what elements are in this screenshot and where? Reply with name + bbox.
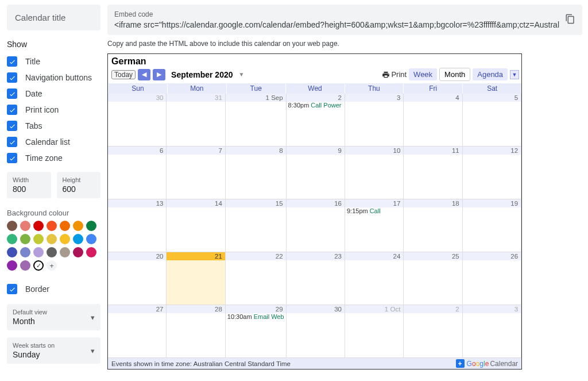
border-checkbox-row[interactable]: Border	[7, 281, 100, 297]
colour-swatch[interactable]	[73, 247, 83, 257]
calendar-cell[interactable]: 9	[287, 147, 345, 199]
colour-swatch[interactable]	[86, 221, 96, 231]
calendar-cell[interactable]: 1 Oct	[345, 305, 404, 358]
calendar-cell[interactable]: 21	[167, 252, 225, 305]
calendar-cell[interactable]: 7	[167, 147, 225, 199]
calendar-cell[interactable]: 2	[404, 305, 462, 358]
embed-code-label: Embed code	[114, 10, 559, 18]
calendar-cell[interactable]: 3	[463, 305, 521, 358]
show-option-label: Title	[25, 57, 40, 66]
calendar-cell[interactable]: 16	[287, 199, 345, 252]
calendar-cell[interactable]: 20	[108, 252, 167, 305]
height-input[interactable]: Height 600	[57, 172, 101, 198]
colour-swatch[interactable]	[73, 221, 83, 231]
tab-week[interactable]: Week	[409, 68, 437, 80]
colour-swatch[interactable]	[7, 247, 17, 257]
show-option-row[interactable]: Print icon	[7, 102, 100, 118]
week-start-select[interactable]: Week starts on Sunday ▾	[7, 337, 100, 364]
colour-swatch[interactable]	[47, 247, 57, 257]
calendar-cell[interactable]: 12	[463, 147, 521, 199]
calendar-cell[interactable]: 26	[463, 252, 521, 305]
tab-agenda[interactable]: Agenda	[473, 68, 508, 80]
day-number: 7	[167, 147, 225, 155]
colour-swatch[interactable]	[20, 234, 30, 244]
colour-swatch[interactable]	[86, 234, 96, 244]
day-number: 8	[226, 147, 286, 155]
colour-swatch[interactable]	[7, 234, 17, 244]
add-colour-swatch[interactable]: +	[47, 260, 57, 271]
calendar-cell[interactable]: 5	[463, 94, 521, 147]
colour-swatch[interactable]	[7, 260, 17, 271]
calendar-cell[interactable]: 30	[108, 94, 167, 147]
colour-swatch[interactable]	[20, 260, 30, 271]
colour-swatch[interactable]	[60, 221, 70, 231]
calendar-cell[interactable]: 4	[404, 94, 462, 147]
calendar-event[interactable]: 10:30amEmail Web	[226, 313, 286, 320]
prev-button[interactable]: ◀	[138, 69, 150, 80]
day-number: 22	[226, 252, 286, 260]
colour-swatch[interactable]	[20, 247, 30, 257]
month-dropdown-icon[interactable]: ▼	[239, 71, 245, 78]
calendar-cell[interactable]: 27	[108, 305, 167, 358]
embed-code-value[interactable]: <iframe src="https://calendar.google.com…	[114, 20, 559, 29]
calendar-title-input[interactable]: Calendar title	[7, 5, 100, 30]
colour-swatch[interactable]	[86, 247, 96, 257]
day-number: 10	[345, 147, 403, 155]
calendar-cell[interactable]: 13	[108, 199, 167, 252]
colour-swatch[interactable]	[20, 221, 30, 231]
calendar-cell[interactable]: 28:30pmCall Power	[287, 94, 345, 147]
calendar-cell[interactable]: 22	[226, 252, 287, 305]
view-menu-icon[interactable]: ▼	[510, 70, 519, 79]
print-button[interactable]: Print	[382, 70, 407, 79]
checkbox-icon	[7, 153, 17, 163]
colour-swatch[interactable]	[33, 234, 44, 244]
calendar-cell[interactable]: 8	[226, 147, 287, 199]
weekday-header: Mon	[167, 83, 226, 94]
calendar-cell[interactable]: 14	[167, 199, 225, 252]
calendar-cell[interactable]: 23	[287, 252, 345, 305]
google-calendar-brand[interactable]: + Google Calendar	[456, 359, 518, 368]
colour-swatch[interactable]	[47, 234, 57, 244]
calendar-cell[interactable]: 19	[463, 199, 521, 252]
calendar-event[interactable]: 8:30pmCall Power	[287, 102, 345, 109]
show-option-row[interactable]: Title	[7, 53, 100, 70]
copy-icon[interactable]	[565, 14, 575, 26]
calendar-cell[interactable]: 30	[287, 305, 345, 358]
show-option-row[interactable]: Time zone	[7, 150, 100, 166]
show-option-row[interactable]: Navigation buttons	[7, 70, 100, 86]
day-number: 21	[167, 252, 225, 260]
checkbox-icon	[7, 284, 17, 294]
today-button[interactable]: Today	[111, 70, 136, 79]
calendar-cell[interactable]: 2910:30amEmail Web	[226, 305, 287, 358]
default-view-select[interactable]: Default view Month ▾	[7, 304, 100, 330]
day-number: 26	[463, 252, 521, 260]
colour-swatch[interactable]	[33, 247, 44, 257]
calendar-cell[interactable]: 6	[108, 147, 167, 199]
show-option-label: Date	[25, 89, 42, 98]
colour-swatch[interactable]	[73, 234, 83, 244]
calendar-event[interactable]: 9:15pmCall	[345, 207, 403, 214]
calendar-cell[interactable]: 24	[345, 252, 404, 305]
colour-swatch-selected[interactable]	[33, 260, 44, 271]
next-button[interactable]: ▶	[153, 69, 165, 80]
calendar-cell[interactable]: 3	[345, 94, 404, 147]
calendar-cell[interactable]: 31	[167, 94, 225, 147]
colour-swatch[interactable]	[60, 234, 70, 244]
width-input[interactable]: Width 800	[7, 172, 51, 198]
colour-swatch[interactable]	[7, 221, 17, 231]
calendar-cell[interactable]: 10	[345, 147, 404, 199]
tab-month[interactable]: Month	[439, 68, 470, 81]
calendar-cell[interactable]: 15	[226, 199, 287, 252]
calendar-cell[interactable]: 179:15pmCall	[345, 199, 404, 252]
colour-swatch[interactable]	[33, 221, 44, 231]
calendar-cell[interactable]: 28	[167, 305, 225, 358]
show-option-row[interactable]: Calendar list	[7, 134, 100, 150]
show-option-row[interactable]: Tabs	[7, 118, 100, 134]
colour-swatch[interactable]	[47, 221, 57, 231]
show-option-row[interactable]: Date	[7, 86, 100, 102]
colour-swatch[interactable]	[60, 247, 70, 257]
calendar-cell[interactable]: 18	[404, 199, 462, 252]
calendar-cell[interactable]: 11	[404, 147, 462, 199]
calendar-cell[interactable]: 1 Sep	[226, 94, 287, 147]
calendar-cell[interactable]: 25	[404, 252, 462, 305]
